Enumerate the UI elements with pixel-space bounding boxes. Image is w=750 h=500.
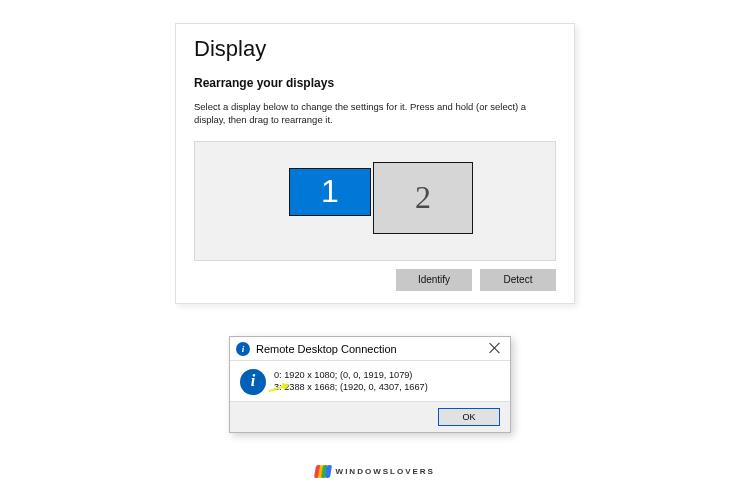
ok-button[interactable]: OK	[438, 408, 500, 426]
rearrange-heading: Rearrange your displays	[194, 76, 556, 90]
close-button[interactable]	[488, 341, 502, 355]
watermark-logo-icon	[315, 465, 331, 478]
display-monitor-2[interactable]: 2	[373, 162, 473, 234]
display-arrangement-canvas[interactable]: 1 2	[194, 141, 556, 261]
dialog-title-text: Remote Desktop Connection	[256, 343, 397, 355]
identify-button[interactable]: Identify	[396, 269, 472, 291]
dialog-body: i 0: 1920 x 1080; (0, 0, 1919, 1079) 3: …	[230, 361, 510, 402]
info-icon: i	[236, 342, 250, 356]
resolution-line-0: 0: 1920 x 1080; (0, 0, 1919, 1079)	[274, 369, 428, 381]
display-number-label: 2	[415, 179, 431, 216]
resolution-line-1: 3: 2388 x 1668; (1920, 0, 4307, 1667)	[274, 381, 428, 393]
info-icon: i	[240, 369, 266, 395]
dialog-footer: OK	[230, 402, 510, 432]
watermark: WINDOWSLOVERS	[0, 465, 750, 478]
dialog-titlebar: i Remote Desktop Connection	[230, 337, 510, 361]
detect-button[interactable]: Detect	[480, 269, 556, 291]
display-monitor-1[interactable]: 1	[289, 168, 371, 216]
watermark-text: WINDOWSLOVERS	[336, 467, 435, 476]
dialog-message: 0: 1920 x 1080; (0, 0, 1919, 1079) 3: 23…	[274, 369, 428, 395]
page-title: Display	[194, 36, 556, 62]
display-number-label: 1	[321, 173, 339, 210]
remote-desktop-info-dialog: i Remote Desktop Connection i 0: 1920 x …	[229, 336, 511, 433]
display-settings-panel: Display Rearrange your displays Select a…	[175, 23, 575, 304]
instruction-text: Select a display below to change the set…	[194, 100, 556, 127]
